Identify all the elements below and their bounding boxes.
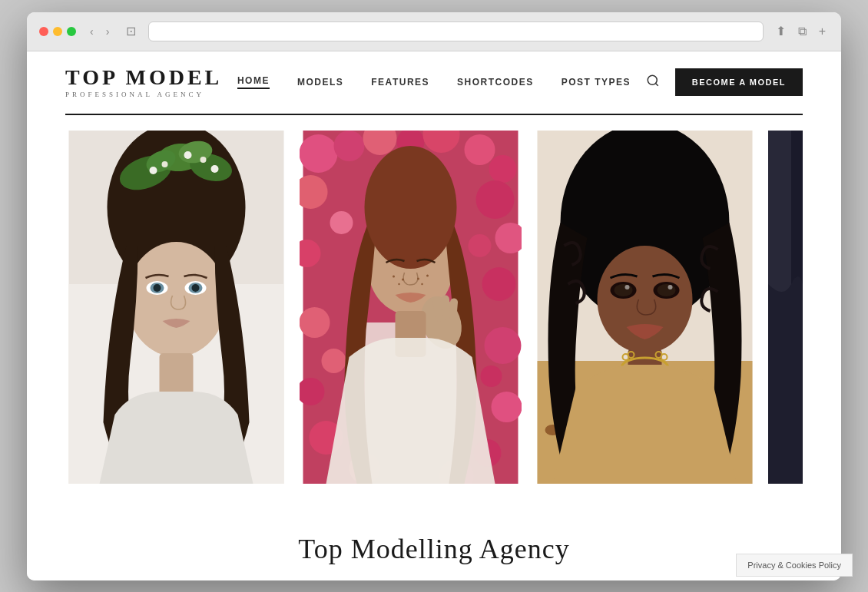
gallery-item-2[interactable] [300,131,522,487]
become-model-button[interactable]: BECOME A MODEL [675,68,803,96]
svg-point-37 [485,327,522,364]
svg-point-46 [322,349,346,373]
svg-point-12 [184,151,192,159]
logo-title: TOP MODEL [65,67,222,88]
svg-point-81 [615,284,633,296]
svg-point-14 [211,165,219,173]
forward-button[interactable]: › [101,24,114,39]
footer-heading: Top Modelling Agency [65,533,803,565]
svg-point-24 [300,134,338,173]
svg-point-39 [492,392,522,422]
gallery-item-1[interactable] [65,131,287,487]
svg-point-10 [150,167,157,174]
svg-point-83 [625,285,630,289]
svg-point-55 [398,283,399,284]
svg-point-47 [481,365,502,387]
svg-point-13 [200,157,207,163]
gallery-grid [65,131,803,487]
privacy-label: Privacy & Cookies Policy [747,561,841,570]
svg-point-44 [330,211,353,234]
site-header: TOP MODEL PROFESSIONAL AGENCY HOME MODEL… [27,51,841,114]
site-content: TOP MODEL PROFESSIONAL AGENCY HOME MODEL… [27,51,841,580]
browser-nav-buttons: ‹ › [85,24,114,39]
nav-home[interactable]: HOME [237,75,270,89]
svg-point-56 [421,283,422,284]
nav-shortcodes[interactable]: SHORTCODES [457,77,534,88]
model-image-2 [300,131,522,484]
browser-chrome: ‹ › ⊡ ⬆ ⧉ + [27,12,841,51]
svg-point-45 [469,234,492,257]
svg-point-11 [162,161,168,167]
logo-subtitle: PROFESSIONAL AGENCY [65,91,222,98]
svg-point-20 [154,284,161,292]
logo-area: TOP MODEL PROFESSIONAL AGENCY [65,67,222,98]
svg-point-82 [658,284,676,296]
window-control-left[interactable]: ⊡ [123,22,139,40]
nav-features[interactable]: FEATURES [371,77,429,88]
gallery-item-3[interactable] [534,131,756,487]
gallery-section [27,115,841,510]
svg-point-51 [393,275,395,277]
maximize-button[interactable] [67,27,76,36]
svg-point-30 [489,155,517,183]
close-button[interactable] [39,27,48,36]
svg-point-50 [365,146,457,269]
nav-post-types[interactable]: POST TYPES [562,77,631,88]
svg-point-25 [334,131,365,161]
minimize-button[interactable] [53,27,62,36]
svg-point-0 [648,75,657,84]
share-button[interactable]: ⬆ [773,22,789,40]
svg-point-21 [192,284,200,292]
browser-window: ‹ › ⊡ ⬆ ⧉ + TOP MODEL PROFESSIONAL AGENC… [27,12,841,580]
privacy-notice[interactable]: Privacy & Cookies Policy [736,554,853,577]
svg-point-54 [426,274,429,276]
browser-actions: ⬆ ⧉ + [773,22,829,40]
main-nav: HOME MODELS FEATURES SHORTCODES POST TYP… [237,75,631,89]
svg-point-84 [668,285,673,289]
svg-point-52 [402,278,404,280]
traffic-lights [39,27,76,36]
gallery-item-4[interactable] [768,131,803,487]
svg-point-15 [127,242,227,357]
svg-point-32 [476,180,515,219]
footer-section: Top Modelling Agency [27,510,841,580]
svg-line-1 [655,83,658,85]
svg-point-29 [465,134,495,165]
svg-point-35 [482,267,516,301]
model-image-3 [534,131,756,484]
new-tab-button[interactable]: + [816,22,829,40]
svg-point-53 [417,277,419,279]
back-button[interactable]: ‹ [85,24,98,39]
nav-right: BECOME A MODEL [646,68,803,96]
search-icon[interactable] [646,74,660,91]
model-image-1 [65,131,287,484]
svg-point-36 [300,307,330,338]
tab-button[interactable]: ⧉ [795,22,810,40]
address-bar[interactable] [148,21,763,41]
nav-models[interactable]: MODELS [297,77,343,88]
model-image-4 [768,131,803,484]
